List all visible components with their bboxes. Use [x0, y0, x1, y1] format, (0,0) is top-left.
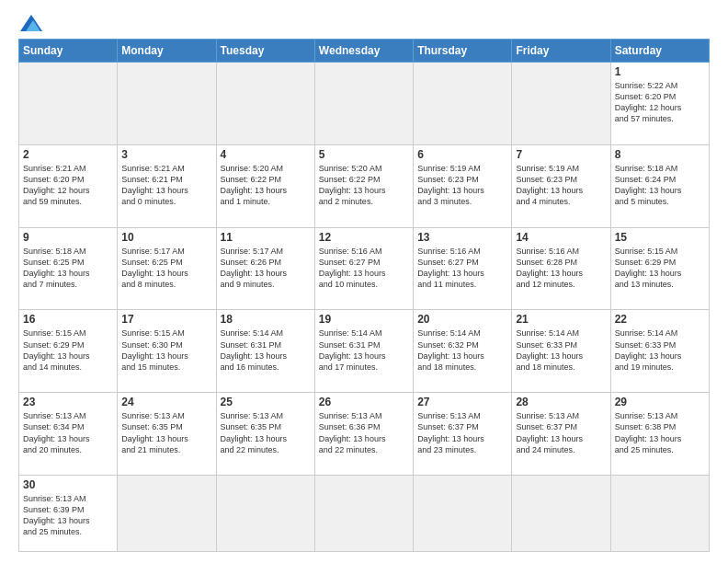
calendar-day-cell	[512, 476, 610, 552]
calendar-day-cell: 28Sunrise: 5:13 AM Sunset: 6:37 PM Dayli…	[512, 393, 610, 476]
calendar-day-cell: 8Sunrise: 5:18 AM Sunset: 6:24 PM Daylig…	[610, 144, 709, 227]
day-number: 14	[516, 231, 606, 244]
calendar-day-cell: 30Sunrise: 5:13 AM Sunset: 6:39 PM Dayli…	[19, 476, 118, 552]
calendar-day-cell: 15Sunrise: 5:15 AM Sunset: 6:29 PM Dayli…	[610, 227, 709, 310]
day-info: Sunrise: 5:16 AM Sunset: 6:27 PM Dayligh…	[319, 246, 409, 291]
page: SundayMondayTuesdayWednesdayThursdayFrid…	[0, 0, 728, 563]
day-info: Sunrise: 5:17 AM Sunset: 6:26 PM Dayligh…	[221, 246, 311, 291]
day-info: Sunrise: 5:16 AM Sunset: 6:27 PM Dayligh…	[417, 246, 507, 291]
day-number: 12	[319, 231, 409, 244]
day-number: 16	[23, 313, 113, 326]
calendar-day-cell	[314, 63, 413, 145]
day-info: Sunrise: 5:13 AM Sunset: 6:36 PM Dayligh…	[319, 410, 409, 455]
calendar-day-header: Sunday	[19, 40, 118, 63]
day-number: 29	[615, 396, 705, 408]
calendar-day-cell	[216, 63, 314, 145]
calendar-day-cell: 12Sunrise: 5:16 AM Sunset: 6:27 PM Dayli…	[314, 227, 413, 310]
calendar-day-cell: 19Sunrise: 5:14 AM Sunset: 6:31 PM Dayli…	[314, 310, 413, 393]
calendar-header-row: SundayMondayTuesdayWednesdayThursdayFrid…	[19, 40, 710, 63]
day-info: Sunrise: 5:14 AM Sunset: 6:31 PM Dayligh…	[221, 327, 311, 373]
day-number: 24	[121, 396, 211, 408]
calendar-week-row: 9Sunrise: 5:18 AM Sunset: 6:25 PM Daylig…	[19, 227, 710, 310]
day-number: 8	[615, 148, 705, 161]
calendar-day-cell	[118, 63, 216, 145]
calendar-day-cell: 10Sunrise: 5:17 AM Sunset: 6:25 PM Dayli…	[118, 227, 216, 310]
calendar-day-cell	[414, 476, 512, 552]
day-number: 15	[615, 231, 705, 244]
day-number: 10	[121, 231, 211, 244]
calendar-day-cell: 25Sunrise: 5:13 AM Sunset: 6:35 PM Dayli…	[216, 393, 314, 476]
calendar-day-cell: 20Sunrise: 5:14 AM Sunset: 6:32 PM Dayli…	[414, 310, 512, 393]
calendar-day-cell: 5Sunrise: 5:20 AM Sunset: 6:22 PM Daylig…	[314, 144, 413, 227]
calendar-day-cell: 24Sunrise: 5:13 AM Sunset: 6:35 PM Dayli…	[118, 393, 216, 476]
calendar-day-header: Tuesday	[216, 40, 314, 63]
day-info: Sunrise: 5:14 AM Sunset: 6:33 PM Dayligh…	[516, 327, 606, 373]
calendar-day-cell: 14Sunrise: 5:16 AM Sunset: 6:28 PM Dayli…	[512, 227, 610, 310]
logo	[18, 15, 42, 31]
calendar-week-row: 30Sunrise: 5:13 AM Sunset: 6:39 PM Dayli…	[19, 476, 710, 552]
calendar-day-header: Friday	[512, 40, 610, 63]
day-number: 4	[221, 148, 311, 161]
calendar-day-cell	[216, 476, 314, 552]
calendar-week-row: 23Sunrise: 5:13 AM Sunset: 6:34 PM Dayli…	[19, 393, 710, 476]
day-number: 22	[615, 313, 705, 326]
calendar-day-cell: 1Sunrise: 5:22 AM Sunset: 6:20 PM Daylig…	[610, 63, 709, 145]
day-info: Sunrise: 5:13 AM Sunset: 6:34 PM Dayligh…	[23, 410, 113, 455]
day-info: Sunrise: 5:20 AM Sunset: 6:22 PM Dayligh…	[319, 163, 409, 208]
calendar-day-cell: 9Sunrise: 5:18 AM Sunset: 6:25 PM Daylig…	[19, 227, 118, 310]
day-info: Sunrise: 5:18 AM Sunset: 6:24 PM Dayligh…	[615, 163, 705, 208]
day-number: 19	[319, 313, 409, 326]
calendar-day-cell: 2Sunrise: 5:21 AM Sunset: 6:20 PM Daylig…	[19, 144, 118, 227]
logo-icon	[20, 15, 42, 31]
day-info: Sunrise: 5:17 AM Sunset: 6:25 PM Dayligh…	[121, 246, 211, 291]
calendar-day-cell	[314, 476, 413, 552]
day-info: Sunrise: 5:13 AM Sunset: 6:37 PM Dayligh…	[417, 410, 507, 455]
day-number: 25	[221, 396, 311, 408]
calendar-day-cell	[414, 63, 512, 145]
day-info: Sunrise: 5:22 AM Sunset: 6:20 PM Dayligh…	[615, 80, 705, 125]
calendar-week-row: 1Sunrise: 5:22 AM Sunset: 6:20 PM Daylig…	[19, 63, 710, 145]
day-info: Sunrise: 5:13 AM Sunset: 6:37 PM Dayligh…	[516, 410, 606, 455]
day-info: Sunrise: 5:15 AM Sunset: 6:29 PM Dayligh…	[615, 246, 705, 291]
calendar-day-cell: 3Sunrise: 5:21 AM Sunset: 6:21 PM Daylig…	[118, 144, 216, 227]
day-info: Sunrise: 5:15 AM Sunset: 6:30 PM Dayligh…	[121, 327, 211, 373]
day-number: 1	[615, 65, 705, 78]
day-info: Sunrise: 5:18 AM Sunset: 6:25 PM Dayligh…	[23, 246, 113, 291]
day-info: Sunrise: 5:13 AM Sunset: 6:38 PM Dayligh…	[615, 410, 705, 455]
day-number: 17	[121, 313, 211, 326]
calendar-day-header: Monday	[118, 40, 216, 63]
day-number: 13	[417, 231, 507, 244]
calendar-week-row: 2Sunrise: 5:21 AM Sunset: 6:20 PM Daylig…	[19, 144, 710, 227]
day-info: Sunrise: 5:13 AM Sunset: 6:35 PM Dayligh…	[121, 410, 211, 455]
day-number: 7	[516, 148, 606, 161]
calendar-week-row: 16Sunrise: 5:15 AM Sunset: 6:29 PM Dayli…	[19, 310, 710, 393]
calendar-day-cell: 16Sunrise: 5:15 AM Sunset: 6:29 PM Dayli…	[19, 310, 118, 393]
day-number: 26	[319, 396, 409, 408]
day-number: 30	[23, 478, 113, 491]
calendar-day-header: Wednesday	[314, 40, 413, 63]
calendar-day-cell	[118, 476, 216, 552]
calendar-day-cell: 26Sunrise: 5:13 AM Sunset: 6:36 PM Dayli…	[314, 393, 413, 476]
day-number: 11	[221, 231, 311, 244]
calendar-day-cell: 22Sunrise: 5:14 AM Sunset: 6:33 PM Dayli…	[610, 310, 709, 393]
calendar-day-cell: 18Sunrise: 5:14 AM Sunset: 6:31 PM Dayli…	[216, 310, 314, 393]
day-number: 6	[417, 148, 507, 161]
day-info: Sunrise: 5:19 AM Sunset: 6:23 PM Dayligh…	[417, 163, 507, 208]
day-info: Sunrise: 5:13 AM Sunset: 6:35 PM Dayligh…	[221, 410, 311, 455]
day-info: Sunrise: 5:15 AM Sunset: 6:29 PM Dayligh…	[23, 327, 113, 373]
calendar-day-cell: 17Sunrise: 5:15 AM Sunset: 6:30 PM Dayli…	[118, 310, 216, 393]
day-info: Sunrise: 5:14 AM Sunset: 6:33 PM Dayligh…	[615, 327, 705, 373]
calendar-day-cell: 11Sunrise: 5:17 AM Sunset: 6:26 PM Dayli…	[216, 227, 314, 310]
day-number: 2	[23, 148, 113, 161]
day-number: 28	[516, 396, 606, 408]
day-info: Sunrise: 5:13 AM Sunset: 6:39 PM Dayligh…	[23, 493, 113, 538]
day-number: 5	[319, 148, 409, 161]
day-number: 23	[23, 396, 113, 408]
day-info: Sunrise: 5:14 AM Sunset: 6:31 PM Dayligh…	[319, 327, 409, 373]
day-info: Sunrise: 5:16 AM Sunset: 6:28 PM Dayligh…	[516, 246, 606, 291]
day-number: 3	[121, 148, 211, 161]
day-number: 21	[516, 313, 606, 326]
calendar-day-cell: 13Sunrise: 5:16 AM Sunset: 6:27 PM Dayli…	[414, 227, 512, 310]
header	[18, 15, 710, 31]
calendar-day-cell	[19, 63, 118, 145]
